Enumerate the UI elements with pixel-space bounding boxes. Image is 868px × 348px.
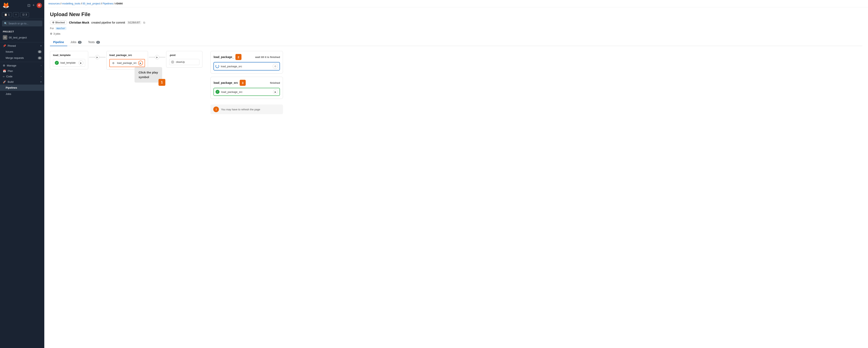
todos-badge-icon: ☑ bbox=[22, 13, 25, 16]
breadcrumb-pipelines[interactable]: Pipelines bbox=[102, 2, 113, 5]
pinned-label: 📌 Pinned bbox=[3, 44, 16, 47]
tabs-bar: Pipeline Jobs 3 Tests 0 bbox=[50, 38, 862, 46]
jobs-label: Jobs bbox=[6, 92, 11, 95]
chevron-down-icon-build: ▾ bbox=[40, 81, 41, 83]
job-status-success-icon: ✓ bbox=[55, 61, 59, 65]
divider-1 bbox=[0, 42, 44, 42]
stage-post: .post cleanUp bbox=[166, 51, 203, 68]
job-play-button-load-package[interactable]: ▶ bbox=[138, 61, 143, 65]
tab-tests[interactable]: Tests 0 bbox=[85, 38, 103, 46]
branch-line: For master bbox=[50, 27, 862, 30]
breadcrumb-project[interactable]: 00_test_project bbox=[82, 2, 100, 5]
sidebar-section-manage[interactable]: ⚙ Manage › bbox=[0, 63, 44, 68]
todos-badge[interactable]: ☑ 3 bbox=[20, 12, 29, 17]
tab-jobs[interactable]: Jobs 3 bbox=[67, 38, 85, 46]
connector-arrow-2: ▶ bbox=[155, 55, 159, 59]
issues-badge[interactable]: 📋 1 bbox=[2, 12, 12, 17]
build-label: 🚀 Build bbox=[3, 81, 13, 83]
ra-card2-suffix: wait till it is finished bbox=[255, 56, 280, 59]
copy-icon[interactable]: ⧉ bbox=[143, 21, 145, 24]
job-status-running-icon: ⚙ bbox=[112, 61, 115, 65]
project-item[interactable]: 0 00_test_project bbox=[0, 34, 44, 41]
manage-label: ⚙ Manage bbox=[3, 64, 16, 67]
issues-badge-count: 1 bbox=[8, 13, 10, 16]
info-text: You may have to refresh the page bbox=[221, 108, 260, 111]
job-status-pending-icon bbox=[171, 60, 174, 64]
annotation-number-2: 2 bbox=[236, 54, 242, 60]
job-play-button-load-template[interactable]: ▶ bbox=[79, 60, 83, 65]
info-bar: i You may have to refresh the page bbox=[211, 104, 283, 114]
issues-count-badge: 0 bbox=[38, 50, 41, 53]
stage-load-template: load_template ✓ load_template ▶ bbox=[50, 51, 88, 69]
annotation-number-1: 1 bbox=[158, 79, 165, 86]
issues-label: Issues bbox=[6, 50, 13, 53]
for-label: For bbox=[50, 27, 54, 30]
sidebar-item-jobs[interactable]: Jobs bbox=[0, 91, 44, 97]
sidebar-header: 🦊 ⊡ + 🎯 bbox=[0, 0, 44, 11]
chevron-right-icon-code: › bbox=[41, 75, 41, 77]
tests-tab-badge: 0 bbox=[96, 41, 100, 44]
jobs-count-icon: ⚙ bbox=[50, 32, 52, 35]
pipeline-diagram: load_template ✓ load_template ▶ ▶ load_p… bbox=[50, 51, 203, 70]
mr-badge-icon: ⑂ bbox=[15, 13, 17, 16]
job-status-success-icon-3: ✓ bbox=[216, 90, 219, 94]
breadcrumb: resources / modelling_tools / 00_test_pr… bbox=[44, 0, 868, 7]
jobs-count-text: 3 jobs bbox=[53, 32, 60, 35]
plan-icon: 📅 bbox=[3, 69, 6, 72]
code-label: ‹› Code bbox=[3, 75, 12, 78]
plan-label: 📅 Plan bbox=[3, 69, 13, 72]
sidebar-section-code[interactable]: ‹› Code › bbox=[0, 74, 44, 79]
ra-card3-job-name: load_package_src bbox=[221, 90, 272, 93]
connector-line-2 bbox=[149, 57, 155, 57]
gitlab-logo[interactable]: 🦊 bbox=[2, 2, 9, 9]
gear-icon: ⚙ bbox=[52, 21, 54, 24]
sidebar-header-icons: ⊡ + 🎯 bbox=[27, 3, 42, 8]
stage-title-load-template: load_template bbox=[53, 54, 85, 57]
layout-icon[interactable]: ⊡ bbox=[27, 3, 30, 8]
ra-card3-job-row: ✓ load_package_src ▶ bbox=[214, 88, 280, 96]
breadcrumb-resources[interactable]: resources bbox=[48, 2, 60, 5]
main-content: resources / modelling_tools / 00_test_pr… bbox=[44, 0, 868, 348]
tab-pipeline[interactable]: Pipeline bbox=[50, 38, 67, 46]
pipeline-meta: ⚙ Blocked Christian Muck created pipelin… bbox=[50, 20, 862, 25]
sidebar-item-mr[interactable]: Merge requests 0 bbox=[0, 55, 44, 61]
search-label: Search or go to... bbox=[8, 22, 29, 25]
sidebar-item-pipelines[interactable]: Pipelines bbox=[0, 85, 44, 91]
job-row-cleanup: cleanUp bbox=[169, 59, 199, 65]
sidebar-section-plan[interactable]: 📅 Plan › bbox=[0, 68, 44, 74]
action-text: created pipeline for commit bbox=[91, 21, 125, 24]
job-name-load-package: load_package_src bbox=[117, 62, 136, 64]
right-annotations-panel: load_package_ 2 wait till it is finished… bbox=[211, 51, 283, 114]
status-badge: ⚙ Blocked bbox=[50, 20, 67, 25]
job-name-cleanup: cleanUp bbox=[176, 61, 197, 63]
project-name: 00_test_project bbox=[9, 36, 27, 39]
cancel-button-card2[interactable]: ⊘ bbox=[273, 64, 278, 69]
annotation-card-3: load_package_src 3 finished ✓ load_packa… bbox=[211, 77, 283, 99]
add-icon[interactable]: + bbox=[32, 3, 35, 7]
issues-badge-icon: 📋 bbox=[4, 13, 7, 16]
pin-icon: 📌 bbox=[3, 44, 6, 47]
play-button-card3[interactable]: ▶ bbox=[273, 89, 278, 94]
spinning-icon bbox=[216, 64, 219, 68]
connector-2: ▶ bbox=[148, 55, 166, 59]
breadcrumb-current: #3444 bbox=[115, 2, 123, 5]
connector-arrow-1: ▶ bbox=[95, 55, 99, 59]
sidebar-section-pinned[interactable]: 📌 Pinned ▾ bbox=[0, 43, 44, 49]
breadcrumb-modelling-tools[interactable]: modelling_tools bbox=[62, 2, 80, 5]
status-text: Blocked bbox=[55, 21, 65, 24]
manage-icon: ⚙ bbox=[3, 64, 5, 67]
ra-card2-job-row: load_package_src ⊘ bbox=[214, 62, 280, 70]
info-icon: i bbox=[213, 106, 219, 112]
sidebar: 🦊 ⊡ + 🎯 📋 1 ⑂ ☑ 3 🔍 Search or go to... P… bbox=[0, 0, 44, 348]
mr-badge[interactable]: ⑂ bbox=[13, 12, 19, 17]
annotation-card-2: load_package_ 2 wait till it is finished… bbox=[211, 51, 283, 73]
build-icon: 🚀 bbox=[3, 81, 6, 83]
user-avatar-icon[interactable]: 🎯 bbox=[37, 3, 42, 8]
author-name: Christian Muck bbox=[69, 21, 89, 24]
mr-count-badge: 0 bbox=[38, 57, 41, 59]
sidebar-section-build[interactable]: 🚀 Build ▾ bbox=[0, 79, 44, 85]
connector-line-1 bbox=[89, 57, 95, 57]
search-bar[interactable]: 🔍 Search or go to... bbox=[2, 21, 42, 26]
job-row-load-package: ⚙ load_package_src ▶ bbox=[110, 59, 145, 67]
sidebar-item-issues[interactable]: Issues 0 bbox=[0, 49, 44, 55]
